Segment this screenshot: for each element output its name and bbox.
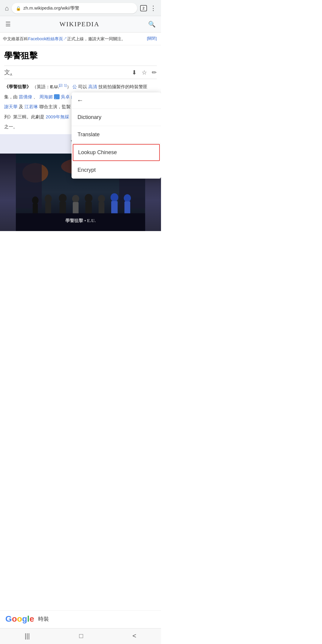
- context-menu-header: ←: [72, 92, 161, 109]
- search-button[interactable]: 🔍: [148, 21, 156, 28]
- context-menu-encrypt[interactable]: Encrypt: [72, 162, 161, 179]
- article-link-zhou[interactable]: 周海媚: [39, 94, 53, 99]
- svg-point-18: [111, 193, 118, 202]
- context-menu-back-button[interactable]: ←: [77, 97, 83, 104]
- svg-point-8: [45, 194, 52, 203]
- notice-prefix: 中文維基百科: [3, 36, 28, 41]
- article-link-kong[interactable]: 江若琳: [24, 104, 38, 109]
- selected-text: 、: [54, 94, 60, 99]
- tab-count[interactable]: 2: [140, 5, 147, 11]
- svg-text:學警狙擊 • E.U.: 學警狙擊 • E.U.: [65, 218, 96, 223]
- notice-text: 中文維基百科Facebook粉絲專頁↗正式上線，邀請大家一同關注。: [3, 35, 145, 42]
- wiki-logo-title: Wikipedia: [59, 20, 99, 28]
- browser-chrome: ⌂ 🔒 zh.m.wikipedia.org/wiki/學警 2 ⋮: [0, 0, 161, 16]
- notice-close-button[interactable]: [關閉]: [145, 35, 157, 42]
- home-button[interactable]: ⌂: [5, 4, 9, 12]
- svg-rect-19: [111, 201, 118, 215]
- wiki-header: ☰ Wikipedia 🔍: [0, 16, 161, 32]
- svg-point-14: [85, 194, 92, 202]
- svg-rect-9: [45, 202, 51, 214]
- article-intro-bold: 《學警狙擊》: [4, 84, 31, 89]
- svg-rect-17: [99, 202, 105, 214]
- edit-button[interactable]: ✏: [152, 69, 157, 76]
- lock-icon: 🔒: [16, 6, 21, 11]
- article-link-ng[interactable]: 吳卓: [61, 94, 70, 99]
- svg-point-16: [98, 195, 105, 202]
- article-link-tse[interactable]: 謝天華: [4, 104, 18, 109]
- download-button[interactable]: ⬇: [132, 69, 137, 76]
- svg-point-10: [59, 194, 66, 202]
- article-intro-lang: （英語：E.U.[註 1]）: [32, 84, 71, 89]
- context-menu: ← Dictionary Translate Lookup Chinese En…: [72, 92, 161, 179]
- article-link-company[interactable]: 公: [72, 84, 77, 89]
- svg-rect-7: [33, 203, 38, 215]
- svg-rect-13: [73, 202, 79, 214]
- more-button[interactable]: ⋮: [150, 4, 156, 12]
- article-toolbar: 文A ⬇ ☆ ✏: [4, 66, 157, 79]
- svg-point-6: [32, 196, 39, 204]
- context-menu-dictionary[interactable]: Dictionary: [72, 109, 161, 126]
- article-link-miu[interactable]: 苗僑偉: [19, 94, 32, 99]
- bookmark-button[interactable]: ☆: [142, 69, 147, 76]
- svg-rect-15: [85, 202, 92, 214]
- svg-rect-11: [60, 202, 66, 214]
- notice-bar: 中文維基百科Facebook粉絲專頁↗正式上線，邀請大家一同關注。 [關閉]: [0, 32, 161, 45]
- svg-point-12: [72, 195, 79, 202]
- notice-link[interactable]: Facebook粉絲專頁↗: [28, 36, 67, 41]
- context-menu-lookup-chinese[interactable]: Lookup Chinese: [73, 144, 160, 161]
- svg-point-20: [124, 194, 131, 202]
- context-menu-translate[interactable]: Translate: [72, 126, 161, 143]
- article-link-hd[interactable]: 高清: [88, 84, 97, 89]
- translate-icon[interactable]: 文A: [4, 68, 12, 76]
- hamburger-menu-button[interactable]: ☰: [5, 21, 11, 28]
- svg-rect-21: [124, 201, 130, 214]
- url-text: zh.m.wikipedia.org/wiki/學警: [23, 5, 133, 11]
- address-bar[interactable]: 🔒 zh.m.wikipedia.org/wiki/學警: [12, 3, 137, 13]
- article-title: 學警狙擊: [4, 50, 157, 61]
- notice-suffix: 正式上線，邀請大家一同關注。: [67, 36, 126, 41]
- article-link-2009[interactable]: 2009年無綵: [46, 114, 69, 119]
